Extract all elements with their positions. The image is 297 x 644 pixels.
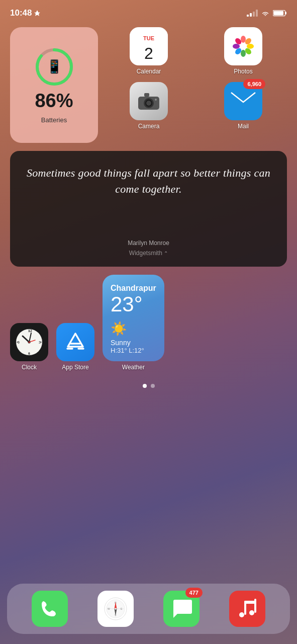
photos-icon — [224, 27, 262, 65]
top-row: 📱 86% Batteries TUE 2 Calendar — [10, 27, 287, 143]
bottom-apps-row: 12 3 6 9 — [10, 275, 287, 371]
mail-icon: 6,960 — [224, 82, 262, 120]
calendar-icon: TUE 2 — [130, 27, 168, 65]
svg-rect-51 — [244, 601, 256, 604]
clock-app[interactable]: 12 3 6 9 — [10, 323, 48, 371]
svg-point-11 — [233, 44, 240, 49]
status-bar: 10:48 — [0, 0, 297, 22]
calendar-label: Calendar — [137, 68, 161, 75]
location-icon — [34, 10, 41, 17]
status-icons — [247, 10, 287, 17]
photos-app[interactable]: Photos — [200, 27, 287, 75]
weather-wrapper: Chandrapur 23° ☀️ Sunny H:31° L:12° Weat… — [103, 275, 164, 371]
battery-icon — [273, 10, 287, 17]
safari-app[interactable]: N S E W — [97, 591, 134, 627]
cal-day: TUE — [143, 35, 154, 41]
weather-city: Chandrapur — [111, 284, 156, 293]
weather-temp: 23° — [111, 294, 156, 315]
home-content: 📱 86% Batteries TUE 2 Calendar — [0, 22, 297, 584]
status-time: 10:48 — [10, 8, 41, 18]
signal-icon — [247, 10, 258, 17]
dot-2 — [151, 384, 155, 388]
batteries-label: Batteries — [41, 116, 67, 124]
appstore-app[interactable]: App Store — [56, 323, 94, 371]
svg-point-18 — [155, 99, 157, 101]
widgetsmith-label: Widgetsmith ⌃ — [25, 250, 272, 257]
svg-rect-17 — [144, 93, 149, 97]
battery-phone-icon: 📱 — [34, 47, 74, 87]
page-dots — [10, 379, 287, 395]
camera-icon — [130, 82, 168, 120]
phone-app[interactable] — [32, 591, 68, 627]
svg-text:12: 12 — [28, 329, 32, 333]
battery-percent: 86% — [35, 91, 73, 110]
weather-label: Weather — [103, 364, 164, 371]
icon-grid: TUE 2 Calendar — [105, 27, 287, 130]
quote-author: Marilyn Monroe — [25, 239, 272, 247]
quote-text: Sometimes good things fall apart so bett… — [25, 165, 272, 197]
weather-hl: H:31° L:12° — [111, 347, 156, 354]
clock-label: Clock — [22, 364, 37, 371]
appstore-icon — [56, 323, 94, 361]
messages-app[interactable]: 477 — [163, 591, 200, 627]
appstore-label: App Store — [62, 364, 88, 371]
music-app[interactable] — [229, 591, 265, 627]
wifi-icon — [261, 10, 270, 17]
dot-1 — [143, 384, 147, 388]
weather-description: Sunny — [111, 339, 156, 347]
quote-widget[interactable]: Sometimes good things fall apart so bett… — [10, 151, 287, 267]
svg-point-34 — [29, 342, 30, 343]
batteries-widget[interactable]: 📱 86% Batteries — [10, 27, 98, 143]
camera-label: Camera — [138, 123, 160, 130]
svg-rect-2 — [273, 11, 283, 15]
svg-text:W: W — [108, 607, 110, 610]
clock-icon: 12 3 6 9 — [10, 323, 48, 361]
dock: N S E W 477 — [7, 584, 290, 634]
mail-app[interactable]: 6,960 Mail — [200, 82, 287, 130]
camera-app[interactable]: Camera — [105, 82, 192, 130]
calendar-app[interactable]: TUE 2 Calendar — [105, 27, 192, 75]
mail-label: Mail — [238, 123, 249, 130]
weather-widget[interactable]: Chandrapur 23° ☀️ Sunny H:31° L:12° — [103, 275, 164, 361]
cal-date: 2 — [144, 45, 153, 61]
svg-point-7 — [247, 44, 254, 49]
messages-badge: 477 — [185, 588, 203, 598]
svg-point-9 — [241, 50, 246, 57]
mail-badge: 6,960 — [243, 79, 265, 89]
svg-point-5 — [241, 36, 246, 43]
battery-circle: 📱 — [34, 47, 74, 87]
time-display: 10:48 — [10, 8, 32, 18]
svg-rect-1 — [285, 12, 286, 15]
weather-condition-icon: ☀️ — [111, 321, 156, 337]
photos-label: Photos — [234, 68, 252, 75]
svg-point-16 — [146, 101, 151, 106]
